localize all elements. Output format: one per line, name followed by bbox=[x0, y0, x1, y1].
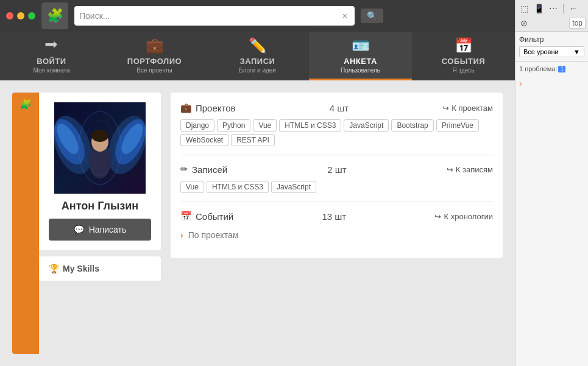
projects-link[interactable]: ↪ К проектам bbox=[442, 104, 493, 113]
projects-icon: 💼 bbox=[180, 102, 192, 113]
search-clear-icon[interactable]: × bbox=[342, 11, 347, 21]
left-panel: Антон Глызин 💬 Написать 🏆 My Skills bbox=[39, 93, 161, 281]
problems-text: 1 проблема: bbox=[519, 65, 557, 72]
tab-profile-sub: Пользователь bbox=[341, 67, 380, 74]
skills-title: 🏆 My Skills bbox=[49, 264, 151, 273]
events-label: Событий bbox=[196, 211, 233, 222]
devtools-panel: ⬚ 📱 ⋯ ← ⊘ top Фильтр Все уровни ▼ 1 проб… bbox=[515, 0, 588, 366]
tab-portfolio[interactable]: 💼 ПОРТФОЛИО Все проекты bbox=[103, 32, 206, 80]
devtools-icons: ⬚ 📱 ⋯ ← ⊘ top bbox=[518, 2, 586, 29]
profile-card: Антон Глызин 💬 Написать bbox=[39, 93, 161, 250]
trophy-icon: 🏆 bbox=[49, 264, 59, 273]
login-icon: ⮕ bbox=[44, 37, 59, 54]
tag-records-javascript[interactable]: JavaScript bbox=[271, 181, 316, 193]
chevron-right-icon: › bbox=[180, 230, 183, 240]
write-icon: 💬 bbox=[74, 225, 84, 234]
devtools-top-bar: ⬚ 📱 ⋯ ← ⊘ top bbox=[515, 0, 588, 32]
side-icon-bar: 🧩 bbox=[12, 93, 39, 354]
records-section-icon: ✏ bbox=[180, 164, 188, 175]
records-tags: Vue HTML5 и CSS3 JavaScript bbox=[180, 181, 493, 193]
events-icon: 📅 bbox=[455, 37, 473, 54]
tag-django[interactable]: Django bbox=[180, 119, 214, 132]
events-title: 📅 Событий bbox=[180, 211, 233, 222]
events-expand[interactable]: › По проектам bbox=[180, 228, 493, 240]
records-link-icon: ↪ bbox=[447, 165, 453, 174]
records-count: 2 шт bbox=[327, 164, 346, 175]
problems-expand[interactable]: › bbox=[515, 76, 588, 91]
search-input[interactable] bbox=[79, 11, 342, 21]
profile-icon: 🪪 bbox=[352, 37, 370, 54]
tag-restapi[interactable]: REST API bbox=[231, 134, 275, 146]
tag-records-vue[interactable]: Vue bbox=[180, 181, 204, 193]
tab-portfolio-sub: Все проекты bbox=[136, 67, 172, 74]
devtools-stop-icon[interactable]: ⊘ bbox=[518, 17, 530, 29]
tab-profile-title: АНКЕТА bbox=[344, 57, 377, 66]
right-panel: 💼 Проектов 4 шт ↪ К проектам Django Py bbox=[171, 93, 503, 354]
tag-vue[interactable]: Vue bbox=[253, 119, 277, 132]
tab-records[interactable]: ✏️ ЗАПИСИ Блоги и идеи bbox=[206, 32, 309, 80]
records-link-text: К записям bbox=[456, 165, 493, 174]
window-controls bbox=[6, 12, 35, 19]
tag-python[interactable]: Python bbox=[217, 119, 250, 132]
tag-primevue[interactable]: PrimeVue bbox=[436, 119, 479, 132]
search-button[interactable]: 🔍 bbox=[361, 9, 383, 23]
search-bar: × bbox=[74, 6, 355, 26]
events-link-text: К хронологии bbox=[444, 212, 493, 221]
projects-label: Проектов bbox=[196, 103, 236, 113]
problems-chevron-icon: › bbox=[519, 79, 522, 88]
tag-records-html5css3[interactable]: HTML5 и CSS3 bbox=[207, 181, 269, 193]
tab-records-sub: Блоги и идеи bbox=[239, 67, 276, 74]
records-link[interactable]: ↪ К записям bbox=[447, 165, 493, 174]
filter-arrow-icon: ▼ bbox=[573, 48, 580, 55]
minimize-button[interactable] bbox=[17, 12, 24, 19]
maximize-button[interactable] bbox=[28, 12, 35, 19]
projects-title: 💼 Проектов bbox=[180, 102, 236, 113]
events-expand-text: По проектам bbox=[188, 230, 239, 240]
devtools-back-icon[interactable]: ← bbox=[567, 2, 579, 15]
tag-websocket[interactable]: WebSocket bbox=[180, 134, 228, 146]
projects-header: 💼 Проектов 4 шт ↪ К проектам bbox=[180, 102, 493, 113]
search-icon: 🔍 bbox=[367, 11, 377, 21]
tab-profile[interactable]: 🪪 АНКЕТА Пользователь bbox=[309, 32, 412, 80]
content-area: 🧩 bbox=[0, 80, 515, 366]
filter-value: Все уровни bbox=[523, 48, 559, 55]
projects-tags: Django Python Vue HTML5 и CSS3 JavaScrip… bbox=[180, 119, 493, 146]
tab-portfolio-title: ПОРТФОЛИО bbox=[127, 57, 182, 66]
devtools-cursor-icon[interactable]: ⬚ bbox=[518, 2, 530, 15]
filter-dropdown[interactable]: Все уровни ▼ bbox=[519, 46, 584, 57]
filter-label: Фильтр bbox=[519, 35, 584, 44]
devtools-mobile-icon[interactable]: 📱 bbox=[533, 2, 545, 15]
records-icon: ✏️ bbox=[249, 37, 267, 54]
events-section: 📅 Событий 13 шт ↪ К хронологии › По пр bbox=[180, 211, 493, 248]
tag-javascript[interactable]: JavaScript bbox=[344, 119, 389, 132]
side-puzzle-icon: 🧩 bbox=[19, 99, 32, 110]
devtools-more-icon[interactable]: ⋯ bbox=[547, 2, 559, 15]
tab-events-sub: Я здесь bbox=[453, 67, 475, 74]
close-button[interactable] bbox=[6, 12, 13, 19]
records-title: ✏ Записей bbox=[180, 164, 227, 175]
tab-events[interactable]: 📅 СОБЫТИЯ Я здесь bbox=[412, 32, 515, 80]
info-card: 💼 Проектов 4 шт ↪ К проектам Django Py bbox=[171, 93, 503, 258]
tag-html5css3[interactable]: HTML5 и CSS3 bbox=[279, 119, 341, 132]
events-count: 13 шт bbox=[322, 211, 346, 222]
tag-bootstrap[interactable]: Bootstrap bbox=[391, 119, 433, 132]
nav-tabs: ⮕ ВОЙТИ Моя комната 💼 ПОРТФОЛИО Все прое… bbox=[0, 32, 515, 80]
problems-label: 1 проблема: 1 bbox=[519, 65, 584, 72]
tab-login-title: ВОЙТИ bbox=[37, 57, 66, 66]
tab-login-sub: Моя комната bbox=[33, 67, 69, 74]
user-name: Антон Глызин bbox=[62, 200, 138, 213]
problems-badge: 1 bbox=[558, 66, 565, 72]
tab-login[interactable]: ⮕ ВОЙТИ Моя комната bbox=[0, 32, 103, 80]
portfolio-icon: 💼 bbox=[146, 37, 164, 54]
projects-count: 4 шт bbox=[330, 103, 349, 113]
records-label: Записей bbox=[192, 164, 227, 175]
events-link[interactable]: ↪ К хронологии bbox=[434, 212, 493, 221]
devtools-problems: 1 проблема: 1 bbox=[515, 62, 588, 76]
write-button[interactable]: 💬 Написать bbox=[49, 219, 151, 241]
events-link-icon: ↪ bbox=[434, 212, 441, 221]
tab-records-title: ЗАПИСИ bbox=[240, 57, 275, 66]
puzzle-icon: 🧩 bbox=[47, 8, 63, 24]
skills-label: My Skills bbox=[63, 264, 99, 273]
devtools-top-text: top bbox=[569, 18, 586, 29]
records-header: ✏ Записей 2 шт ↪ К записям bbox=[180, 164, 493, 175]
